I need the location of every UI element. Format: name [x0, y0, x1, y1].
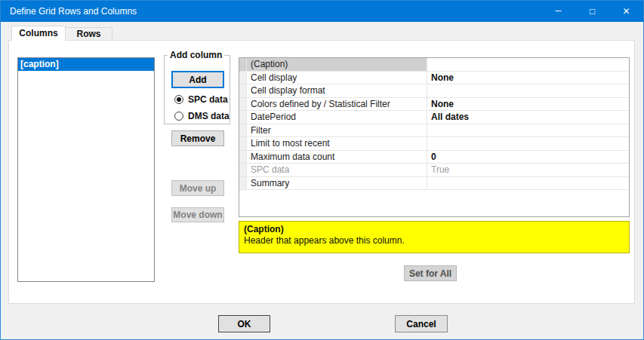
property-value[interactable]: True — [427, 164, 629, 176]
property-description-title: (Caption) — [244, 224, 624, 234]
row-gutter — [239, 177, 247, 190]
radio-spc-label: SPC data — [188, 94, 228, 105]
property-value[interactable]: All dates — [427, 111, 629, 124]
tab-rows[interactable]: Rows — [66, 27, 112, 41]
window-title: Define Grid Rows and Columns — [1, 6, 541, 17]
title-bar[interactable]: Define Grid Rows and Columns – □ ✕ — [1, 1, 643, 22]
property-value[interactable] — [427, 84, 629, 97]
radio-spc-data[interactable]: SPC data — [174, 94, 228, 105]
property-value[interactable]: 0 — [427, 151, 629, 164]
property-description-text: Header that appears above this column. — [244, 235, 624, 246]
set-for-all-button[interactable]: Set for All — [404, 265, 457, 281]
minimize-icon: – — [556, 4, 562, 16]
property-value[interactable] — [427, 58, 629, 71]
maximize-icon: □ — [590, 6, 595, 17]
property-row[interactable]: Summary — [239, 177, 629, 191]
property-name[interactable]: Filter — [247, 124, 427, 137]
property-value[interactable]: None — [427, 72, 629, 84]
row-gutter — [239, 84, 247, 97]
property-value[interactable] — [427, 124, 629, 137]
property-row[interactable]: Cell displayNone — [239, 72, 629, 85]
property-row[interactable]: DatePeriodAll dates — [239, 111, 629, 124]
property-value[interactable] — [427, 137, 629, 150]
row-gutter — [239, 98, 247, 111]
radio-dms-label: DMS data — [188, 111, 230, 121]
property-row[interactable]: Maximum data count0 — [239, 151, 629, 164]
defined-columns-listbox[interactable]: [caption] — [17, 57, 155, 282]
row-gutter — [239, 124, 247, 137]
property-name[interactable]: DatePeriod — [247, 111, 427, 124]
minimize-button[interactable]: – — [541, 1, 575, 22]
row-gutter — [239, 72, 247, 84]
property-name[interactable]: Colors defined by / Statistical Filter — [247, 98, 427, 111]
radio-button-icon[interactable] — [174, 95, 183, 104]
remove-button[interactable]: Remove — [171, 130, 224, 146]
property-row[interactable]: Filter — [239, 124, 629, 138]
close-button[interactable]: ✕ — [609, 1, 643, 22]
move-up-button[interactable]: Move up — [171, 180, 224, 196]
move-down-button[interactable]: Move down — [171, 207, 224, 222]
property-value[interactable] — [427, 177, 629, 190]
add-button[interactable]: Add — [171, 71, 224, 88]
property-name[interactable]: Cell display format — [247, 84, 427, 97]
radio-dms-data[interactable]: DMS data — [174, 111, 230, 121]
property-row[interactable]: Limit to most recent — [239, 137, 629, 151]
row-gutter — [239, 58, 247, 71]
property-row[interactable]: SPC dataTrue — [239, 164, 629, 177]
row-gutter — [239, 164, 247, 176]
window-controls: – □ ✕ — [541, 1, 643, 22]
cancel-button[interactable]: Cancel — [395, 315, 448, 332]
tab-columns[interactable]: Columns — [11, 26, 66, 41]
property-row[interactable]: Cell display format — [239, 84, 629, 98]
list-item[interactable]: [caption] — [18, 58, 154, 71]
property-name[interactable]: Cell display — [247, 72, 427, 84]
property-name[interactable]: Limit to most recent — [247, 137, 427, 150]
row-gutter — [239, 151, 247, 164]
property-grid[interactable]: (Caption)Cell displayNoneCell display fo… — [239, 57, 630, 217]
close-icon: ✕ — [622, 6, 630, 17]
dialog-window: Define Grid Rows and Columns – □ ✕ Colum… — [0, 0, 644, 340]
property-row[interactable]: Colors defined by / Statistical FilterNo… — [239, 98, 629, 112]
row-gutter — [239, 111, 247, 124]
property-name[interactable]: Maximum data count — [247, 151, 427, 164]
ok-button[interactable]: OK — [218, 315, 270, 332]
maximize-button[interactable]: □ — [575, 1, 609, 22]
property-name[interactable]: (Caption) — [247, 58, 427, 71]
property-row[interactable]: (Caption) — [239, 58, 629, 72]
property-description-box: (Caption) Header that appears above this… — [239, 221, 630, 253]
add-column-group-label: Add column — [168, 50, 224, 60]
property-name[interactable]: SPC data — [247, 164, 427, 176]
row-gutter — [239, 137, 247, 150]
radio-button-icon[interactable] — [174, 112, 183, 121]
property-value[interactable]: None — [427, 98, 629, 111]
property-name[interactable]: Summary — [247, 177, 427, 190]
